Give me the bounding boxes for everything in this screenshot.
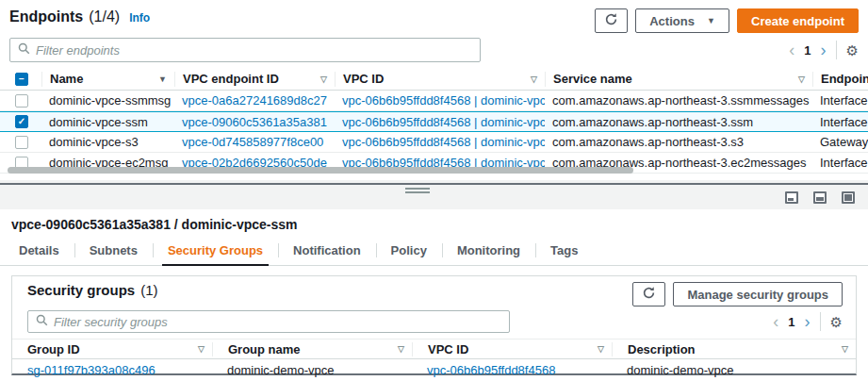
table-row[interactable]: dominic-vpce-ssmmsg vpce-0a6a27241689d8c… — [0, 91, 868, 111]
split-panel-title: vpce-09060c5361a35a381 / dominic-vpce-ss… — [0, 209, 868, 232]
check-icon: ✓ — [18, 117, 25, 126]
endpoints-table-header: − Name▼ VPC endpoint ID▽ VPC ID▽ Service… — [0, 68, 868, 91]
refresh-icon — [642, 286, 656, 303]
row-checkbox[interactable] — [15, 94, 28, 108]
security-groups-filter — [27, 310, 510, 333]
select-all-checkbox[interactable]: − — [15, 73, 28, 86]
gear-icon[interactable]: ⚙ — [830, 315, 843, 329]
sort-icon[interactable]: ▽ — [531, 75, 537, 84]
info-link[interactable]: Info — [129, 11, 150, 25]
column-header-vpc-id[interactable]: VPC ID — [343, 72, 384, 86]
security-groups-panel: Security groups (1) Manage security grou… — [11, 275, 857, 375]
refresh-button[interactable] — [595, 8, 628, 33]
caret-down-icon: ▼ — [707, 16, 715, 25]
scrollbar-thumb[interactable] — [8, 167, 633, 174]
endpoint-id-link[interactable]: vpce-09060c5361a35a381 — [182, 115, 327, 129]
endpoints-filter-input[interactable] — [36, 43, 472, 58]
sort-icon[interactable]: ▽ — [842, 344, 848, 354]
refresh-icon — [604, 12, 618, 29]
tab-notification[interactable]: Notification — [278, 238, 376, 265]
tab-security-groups[interactable]: Security Groups — [153, 238, 278, 265]
column-header-endpoint-type[interactable]: Endpoint type — [821, 72, 868, 86]
table-row[interactable]: ✓ dominic-vpce-ssm vpce-09060c5361a35a38… — [0, 111, 868, 132]
endpoint-name: dominic-vpce-ssmmsg — [49, 93, 171, 108]
tab-policy[interactable]: Policy — [376, 238, 442, 265]
minus-icon: − — [19, 75, 25, 84]
split-panel-resize-handle[interactable] — [405, 188, 430, 195]
endpoints-table: − Name▼ VPC endpoint ID▽ VPC ID▽ Service… — [0, 68, 868, 174]
split-panel-divider — [0, 183, 868, 185]
vpc-id-link[interactable]: vpc-06b6b95ffdd8f4568 — [427, 363, 555, 377]
tab-details[interactable]: Details — [4, 238, 74, 265]
column-header-endpoint-id[interactable]: VPC endpoint ID — [183, 72, 279, 86]
divider — [836, 41, 837, 59]
page-number[interactable]: 1 — [788, 315, 794, 329]
security-groups-filter-input[interactable] — [54, 315, 501, 329]
sort-icon[interactable]: ▽ — [598, 344, 604, 354]
endpoints-panel: Endpoints (1/4) Info Actions ▼ Create en… — [0, 0, 868, 180]
page-title: Endpoints — [9, 8, 83, 25]
column-header-group-id[interactable]: Group ID — [27, 342, 80, 356]
endpoint-name: dominic-vpce-ssm — [49, 115, 148, 129]
previous-page-button[interactable]: ‹ — [789, 41, 794, 58]
gear-icon[interactable]: ⚙ — [846, 43, 859, 58]
vpc-id-link[interactable]: vpc-06b6b95ffdd8f4568 | dominic-vpc — [342, 93, 545, 108]
layout-side-icon[interactable] — [842, 191, 855, 204]
column-header-vpc-id[interactable]: VPC ID — [428, 342, 468, 356]
sort-icon[interactable]: ▽ — [198, 344, 205, 354]
vpc-id-link[interactable]: vpc-06b6b95ffdd8f4568 | dominic-vpc — [342, 135, 545, 149]
tab-tags[interactable]: Tags — [535, 238, 593, 265]
sort-icon[interactable]: ▽ — [798, 75, 805, 84]
layout-bottom-icon[interactable] — [785, 191, 798, 204]
vpc-id-link[interactable]: vpc-06b6b95ffdd8f4568 | dominic-vpc — [342, 115, 545, 129]
security-groups-table: Group ID▽ Group name▽ VPC ID▽ Descriptio… — [12, 339, 856, 381]
endpoint-id-link[interactable]: vpce-0a6a27241689d8c27 — [182, 93, 327, 108]
tab-monitoring[interactable]: Monitoring — [442, 238, 535, 265]
row-checkbox[interactable]: ✓ — [15, 115, 28, 128]
security-groups-pagination: ‹ 1 › ⚙ — [773, 312, 843, 331]
column-header-group-name[interactable]: Group name — [228, 342, 301, 356]
service-name: com.amazonaws.ap-northeast-3.ssm — [552, 115, 753, 129]
security-groups-count: (1) — [140, 282, 157, 298]
column-header-name[interactable]: Name — [50, 72, 83, 86]
create-endpoint-button[interactable]: Create endpoint — [737, 8, 859, 33]
group-description: dominic-demo-vpce — [627, 363, 733, 377]
search-icon — [18, 42, 30, 58]
page-number[interactable]: 1 — [804, 43, 811, 58]
aws-vpc-endpoints-page: { "icons": { "sort_desc": "▼", "sort_non… — [0, 0, 868, 381]
endpoint-type: Interface — [820, 115, 868, 129]
divider — [820, 312, 821, 331]
endpoints-pagination: ‹ 1 › ⚙ — [789, 41, 859, 59]
previous-page-button[interactable]: ‹ — [773, 313, 778, 330]
endpoint-name: dominic-vpce-s3 — [49, 135, 139, 149]
selection-count: (1/4) — [89, 8, 120, 25]
actions-button[interactable]: Actions ▼ — [635, 8, 729, 33]
security-groups-title: Security groups — [27, 282, 135, 298]
split-panel-preferences — [785, 191, 855, 204]
endpoint-type: Gateway — [820, 135, 868, 149]
tab-subnets[interactable]: Subnets — [74, 238, 153, 265]
service-name: com.amazonaws.ap-northeast-3.ssmmessages — [552, 93, 809, 108]
column-header-description[interactable]: Description — [628, 342, 696, 356]
group-id-link[interactable]: sg-011f97b393a08c496 — [27, 363, 156, 377]
security-groups-table-header: Group ID▽ Group name▽ VPC ID▽ Descriptio… — [12, 339, 856, 359]
sort-icon[interactable]: ▽ — [398, 344, 404, 354]
service-name: com.amazonaws.ap-northeast-3.s3 — [552, 135, 744, 149]
endpoint-id-link[interactable]: vpce-0d745858977f8ce00 — [182, 135, 323, 149]
refresh-button[interactable] — [632, 282, 665, 306]
table-row[interactable]: dominic-vpce-s3 vpce-0d745858977f8ce00 v… — [0, 132, 868, 153]
horizontal-scrollbar — [0, 167, 868, 174]
sort-icon[interactable]: ▽ — [320, 75, 327, 84]
layout-split-icon[interactable] — [813, 191, 827, 204]
next-page-button[interactable]: › — [805, 313, 811, 330]
search-icon — [36, 314, 48, 329]
group-name: dominic-demo-vpce — [227, 363, 334, 377]
manage-security-groups-button[interactable]: Manage security groups — [673, 282, 843, 306]
sort-desc-icon[interactable]: ▼ — [158, 75, 167, 84]
next-page-button[interactable]: › — [821, 41, 827, 58]
column-header-service-name[interactable]: Service name — [553, 72, 632, 86]
table-row[interactable]: sg-011f97b393a08c496 dominic-demo-vpce v… — [12, 359, 856, 381]
endpoint-type: Interface — [820, 93, 868, 108]
row-checkbox[interactable] — [15, 136, 28, 149]
tab-bar: Details Subnets Security Groups Notifica… — [0, 238, 868, 266]
